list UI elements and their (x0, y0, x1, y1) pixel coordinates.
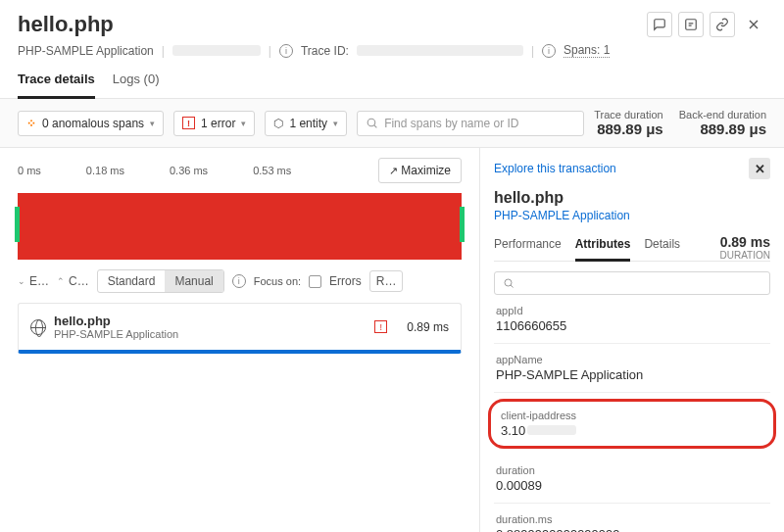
link-icon[interactable] (710, 12, 735, 37)
spans-count[interactable]: Spans: 1 (564, 43, 610, 58)
trace-duration-metric: Trace duration 889.89 μs (594, 109, 663, 137)
tab-performance[interactable]: Performance (494, 237, 562, 261)
tab-logs[interactable]: Logs (0) (113, 72, 160, 98)
svg-point-1 (368, 119, 375, 126)
attribute-search[interactable] (494, 271, 770, 295)
entity-icon: ⬡ (273, 117, 283, 130)
timeline-left-handle[interactable] (15, 207, 20, 242)
redacted-ip (527, 425, 576, 435)
duration-summary: 0.89 ms DURATION (720, 234, 770, 261)
attr-duration[interactable]: duration 0.00089 (494, 455, 770, 504)
svg-point-2 (505, 279, 512, 286)
redacted-timestamp: x (172, 45, 261, 56)
comment-icon[interactable] (647, 12, 672, 37)
close-panel-icon[interactable]: ✕ (749, 158, 770, 179)
page-title: hello.php (18, 12, 114, 37)
timeline-chart[interactable] (18, 193, 462, 260)
svg-rect-0 (686, 20, 697, 30)
search-icon (366, 117, 378, 129)
query-icon[interactable] (678, 12, 704, 37)
search-input[interactable]: Find spans by name or ID (357, 111, 584, 136)
view-mode-toggle[interactable]: Standard Manual (97, 269, 224, 293)
attr-appname[interactable]: appName PHP-SAMPLE Application (494, 344, 770, 393)
span-name: hello.php (54, 314, 374, 328)
backend-duration-metric: Back-end duration 889.89 μs (679, 109, 766, 137)
info-icon[interactable]: i (279, 44, 293, 58)
span-row[interactable]: hello.php PHP-SAMPLE Application ! 0.89 … (18, 303, 462, 354)
info-icon[interactable]: i (542, 44, 556, 58)
span-app: PHP-SAMPLE Application (54, 328, 374, 340)
trace-id-label: Trace ID: (301, 44, 349, 58)
globe-icon (30, 319, 46, 335)
redacted-trace-id: x (357, 45, 523, 56)
error-icon: ! (374, 320, 387, 333)
attr-appid[interactable]: appId 1106660655 (494, 295, 770, 344)
attr-client-ipaddress[interactable]: client-ipaddress 3.10 (488, 399, 776, 449)
error-icon: ! (182, 117, 195, 129)
attr-duration-ms[interactable]: duration.ms 0.8899999999999999 (494, 504, 770, 532)
explore-link[interactable]: Explore this transaction (494, 162, 616, 175)
expand-button[interactable]: ⌄E… (18, 274, 49, 288)
maximize-button[interactable]: ↗ Maximize (378, 158, 462, 183)
anomaly-icon: ⁘ (26, 117, 36, 130)
chevron-down-icon: ▾ (333, 119, 338, 128)
tab-attributes[interactable]: Attributes (575, 237, 631, 262)
entity-filter[interactable]: ⬡ 1 entity ▾ (265, 111, 347, 136)
detail-title: hello.php (494, 189, 770, 207)
focus-label: Focus on: (254, 275, 301, 287)
app-name[interactable]: PHP-SAMPLE Application (18, 44, 154, 58)
search-icon (503, 277, 514, 289)
detail-app-link[interactable]: PHP-SAMPLE Application (494, 209, 770, 222)
close-icon[interactable] (741, 12, 766, 37)
tab-trace-details[interactable]: Trace details (18, 72, 95, 99)
collapse-button[interactable]: ⌃C… (57, 274, 89, 288)
anomalous-filter[interactable]: ⁘ 0 anomalous spans ▾ (18, 111, 164, 136)
manual-option[interactable]: Manual (165, 270, 222, 292)
timeline-ticks: 0 ms 0.18 ms 0.36 ms 0.53 ms (18, 165, 378, 176)
info-icon[interactable]: i (232, 274, 246, 288)
timeline-right-handle[interactable] (460, 207, 465, 242)
standard-option[interactable]: Standard (98, 270, 166, 292)
errors-checkbox[interactable] (309, 275, 321, 288)
errors-filter[interactable]: ! 1 error ▾ (173, 111, 255, 136)
chevron-down-icon: ▾ (241, 119, 246, 128)
chevron-down-icon: ▾ (150, 119, 155, 128)
span-duration: 0.89 ms (407, 320, 449, 334)
reset-button[interactable]: R… (369, 270, 404, 292)
tab-details[interactable]: Details (644, 237, 680, 261)
